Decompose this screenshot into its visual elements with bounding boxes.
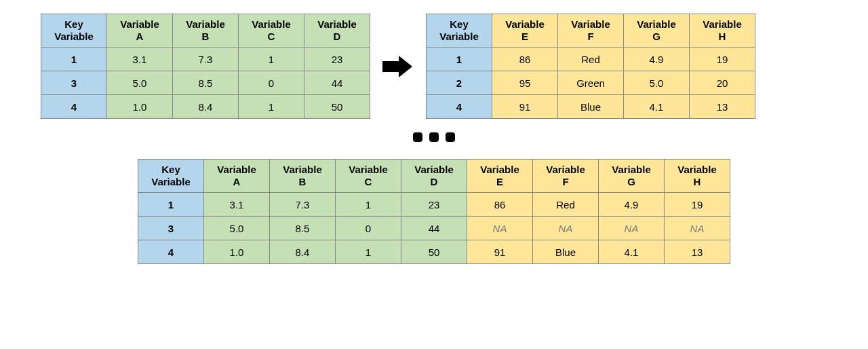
cell: 1 — [336, 193, 401, 217]
cell: 1.0 — [204, 240, 270, 264]
col-c: VariableC — [239, 14, 304, 48]
cell: 95 — [492, 71, 558, 95]
cell: 23 — [304, 48, 370, 71]
cell-key: 1 — [138, 193, 204, 217]
table-header-row: KeyVariable VariableA VariableB Variable… — [138, 160, 730, 193]
cell: 91 — [492, 95, 558, 119]
cell-key: 4 — [41, 95, 107, 119]
cell: Blue — [558, 95, 624, 119]
col-key: KeyVariable — [138, 160, 204, 193]
cell: 91 — [467, 240, 533, 264]
cell: 3.1 — [107, 48, 173, 71]
cell: 13 — [665, 240, 730, 264]
cell: 19 — [665, 193, 730, 217]
cell: 4.1 — [599, 240, 665, 264]
cell: 5.0 — [204, 217, 270, 240]
arrow-right-icon — [382, 54, 414, 79]
table-row: 2 95 Green 5.0 20 — [427, 71, 755, 95]
col-g: VariableG — [599, 160, 665, 193]
joined-table: KeyVariable VariableA VariableB Variable… — [138, 159, 730, 264]
col-h: VariableH — [690, 14, 755, 48]
cell: 19 — [690, 48, 755, 71]
cell-key: 2 — [427, 71, 492, 95]
cell: 1 — [239, 95, 304, 119]
cell-na: NA — [533, 217, 599, 240]
cell: 13 — [690, 95, 755, 119]
top-row: KeyVariable VariableA VariableB Variable… — [41, 14, 827, 119]
col-a: VariableA — [204, 160, 270, 193]
col-b: VariableB — [270, 160, 336, 193]
table-row: 3 5.0 8.5 0 44 — [41, 71, 370, 95]
cell: 44 — [401, 217, 467, 240]
cell: 50 — [304, 95, 370, 119]
table-row: 3 5.0 8.5 0 44 NA NA NA NA — [138, 217, 730, 240]
cell: 50 — [401, 240, 467, 264]
cell: 20 — [690, 71, 755, 95]
cell-key: 4 — [427, 95, 492, 119]
col-d: VariableD — [304, 14, 370, 48]
cell: 4.9 — [624, 48, 690, 71]
cell: 1 — [239, 48, 304, 71]
cell-na: NA — [665, 217, 730, 240]
cell-key: 1 — [41, 48, 107, 71]
cell: 7.3 — [270, 193, 336, 217]
cell: 8.4 — [270, 240, 336, 264]
cell: 0 — [336, 217, 401, 240]
bottom-row: KeyVariable VariableA VariableB Variable… — [41, 159, 827, 264]
col-b: VariableB — [173, 14, 239, 48]
col-e: VariableE — [467, 160, 533, 193]
table-row: 1 3.1 7.3 1 23 — [41, 48, 370, 71]
cell: 1.0 — [107, 95, 173, 119]
cell-na: NA — [599, 217, 665, 240]
cell: 44 — [304, 71, 370, 95]
cell-key: 4 — [138, 240, 204, 264]
cell-key: 1 — [427, 48, 492, 71]
table-row: 4 1.0 8.4 1 50 — [41, 95, 370, 119]
table-row: 4 1.0 8.4 1 50 91 Blue 4.1 13 — [138, 240, 730, 264]
cell: 5.0 — [107, 71, 173, 95]
right-table: KeyVariable VariableE VariableF Variable… — [426, 14, 755, 119]
table-row: 1 3.1 7.3 1 23 86 Red 4.9 19 — [138, 193, 730, 217]
cell: 23 — [401, 193, 467, 217]
cell: 4.9 — [599, 193, 665, 217]
col-a: VariableA — [107, 14, 173, 48]
table-header-row: KeyVariable VariableE VariableF Variable… — [427, 14, 755, 48]
col-f: VariableF — [558, 14, 624, 48]
table-header-row: KeyVariable VariableA VariableB Variable… — [41, 14, 370, 48]
cell: 4.1 — [624, 95, 690, 119]
table-row: 4 91 Blue 4.1 13 — [427, 95, 755, 119]
cell-key: 3 — [41, 71, 107, 95]
cell: 86 — [492, 48, 558, 71]
left-table: KeyVariable VariableA VariableB Variable… — [41, 14, 370, 119]
cell: Blue — [533, 240, 599, 264]
cell: Green — [558, 71, 624, 95]
col-c: VariableC — [336, 160, 401, 193]
col-key: KeyVariable — [41, 14, 107, 48]
col-h: VariableH — [665, 160, 730, 193]
cell: 1 — [336, 240, 401, 264]
cell: 3.1 — [204, 193, 270, 217]
cell: 5.0 — [624, 71, 690, 95]
cell: Red — [558, 48, 624, 71]
col-key: KeyVariable — [427, 14, 492, 48]
svg-marker-0 — [382, 56, 412, 77]
table-row: 1 86 Red 4.9 19 — [427, 48, 755, 71]
cell: 0 — [239, 71, 304, 95]
cell: 8.5 — [270, 217, 336, 240]
col-g: VariableG — [624, 14, 690, 48]
col-e: VariableE — [492, 14, 558, 48]
cell-na: NA — [467, 217, 533, 240]
col-f: VariableF — [533, 160, 599, 193]
col-d: VariableD — [401, 160, 467, 193]
cell: 8.4 — [173, 95, 239, 119]
cell: 7.3 — [173, 48, 239, 71]
cell: Red — [533, 193, 599, 217]
cell-key: 3 — [138, 217, 204, 240]
cell: 86 — [467, 193, 533, 217]
cell: 8.5 — [173, 71, 239, 95]
ellipsis-icon — [41, 132, 827, 144]
